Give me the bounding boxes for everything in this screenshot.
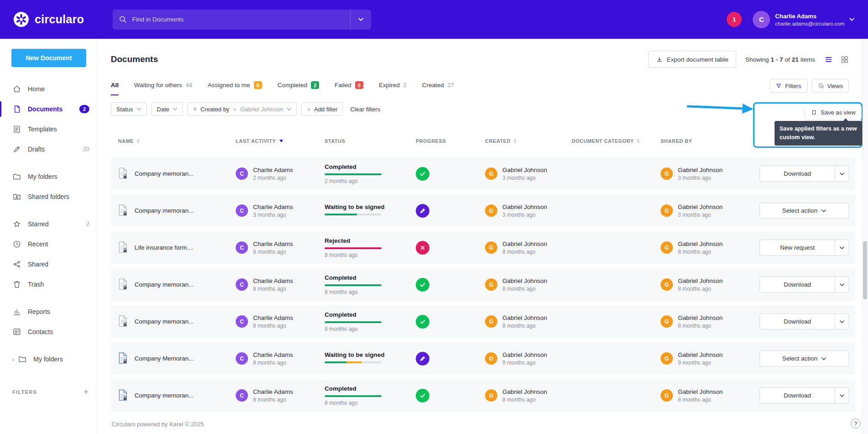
sort-icon bbox=[637, 139, 640, 143]
table-row[interactable]: Company memoran...CCharlie Adams8 months… bbox=[111, 379, 855, 412]
add-filter-button[interactable]: + Add filter bbox=[301, 102, 343, 116]
shared-by-cell: GGabriel Johnson8 months ago bbox=[661, 241, 747, 255]
status-cell: Completed2 months ago bbox=[325, 163, 416, 184]
action-menu-button[interactable] bbox=[835, 240, 848, 255]
action-button-label[interactable]: Download bbox=[760, 388, 835, 403]
created-by-filter-chip[interactable]: × Created by = Gabriel Johnson bbox=[187, 102, 297, 116]
user-meta: Charlie Adams charlie.adams@circularo.co… bbox=[775, 13, 844, 26]
action-button-select-action[interactable]: Select action bbox=[760, 350, 849, 366]
tab-completed[interactable]: Completed2 bbox=[278, 81, 319, 95]
tab-all[interactable]: All bbox=[111, 81, 119, 95]
avatar: G bbox=[485, 204, 497, 217]
person-name: Charlie Adams bbox=[253, 167, 293, 173]
action-button-download[interactable]: Download bbox=[760, 314, 849, 329]
user-menu[interactable]: C Charlie Adams charlie.adams@circularo.… bbox=[753, 11, 854, 28]
created-cell: GGabriel Johnson8 months ago bbox=[485, 241, 572, 255]
tab-waiting-for-others[interactable]: Waiting for others44 bbox=[134, 81, 192, 95]
save-as-view-button[interactable]: Save as view bbox=[805, 105, 862, 120]
chart-icon bbox=[12, 307, 21, 316]
table-row[interactable]: Life insurance form....CCharlie Adams8 m… bbox=[111, 231, 855, 264]
avatar: G bbox=[661, 241, 673, 254]
action-menu-button[interactable] bbox=[835, 314, 848, 329]
avatar: G bbox=[661, 315, 673, 328]
grid-view-icon[interactable] bbox=[840, 55, 849, 64]
column-header-document-category[interactable]: DOCUMENT CATEGORY bbox=[572, 138, 661, 144]
sidebar-item-reports[interactable]: Reports bbox=[0, 302, 98, 322]
column-header-created[interactable]: CREATED bbox=[485, 138, 572, 144]
action-button-download[interactable]: Download bbox=[760, 387, 849, 403]
date-filter-dropdown[interactable]: Date bbox=[151, 102, 183, 116]
column-header-name[interactable]: NAME bbox=[118, 138, 236, 144]
export-document-table-button[interactable]: Export document table bbox=[648, 51, 736, 68]
sidebar-item-recent[interactable]: Recent bbox=[0, 234, 98, 254]
action-button-label[interactable]: Download bbox=[760, 314, 835, 329]
progress-cell bbox=[416, 204, 485, 218]
clear-filters-button[interactable]: Clear filters bbox=[350, 106, 380, 113]
table-row[interactable]: Company memoran...CCharlie Adams8 months… bbox=[111, 268, 855, 301]
list-view-icon[interactable] bbox=[824, 55, 833, 64]
sidebar-item-templates[interactable]: Templates bbox=[0, 119, 98, 139]
tab-created[interactable]: Created27 bbox=[422, 81, 454, 95]
action-button-download[interactable]: Download bbox=[760, 166, 849, 182]
action-menu-button[interactable] bbox=[835, 166, 848, 181]
brand-logo[interactable]: circularo bbox=[0, 11, 98, 28]
person-text: Charlie Adams8 months ago bbox=[253, 314, 293, 329]
remove-filter-icon[interactable]: × bbox=[193, 106, 196, 112]
person-text: Charlie Adams3 months ago bbox=[253, 204, 293, 218]
sidebar-item-home[interactable]: Home bbox=[0, 79, 98, 99]
action-button-new-request[interactable]: New request bbox=[760, 240, 849, 256]
signature-pen-circle-icon bbox=[416, 352, 429, 366]
action-label-text: Download bbox=[784, 281, 811, 288]
trash-icon bbox=[12, 280, 21, 289]
help-button[interactable]: ? bbox=[851, 418, 861, 429]
scrollbar-thumb[interactable] bbox=[863, 241, 867, 299]
tab-assigned-to-me[interactable]: Assigned to me0 bbox=[207, 81, 262, 95]
person-name: Gabriel Johnson bbox=[502, 277, 547, 284]
sidebar-item-trash[interactable]: Trash bbox=[0, 274, 98, 294]
action-button-download[interactable]: Download bbox=[760, 277, 849, 293]
table-row[interactable]: Company Memoran...CCharlie Adams8 months… bbox=[111, 342, 855, 375]
action-button-label[interactable]: Download bbox=[760, 166, 835, 181]
action-button-label[interactable]: Download bbox=[760, 277, 835, 292]
sidebar-item-label: My folders bbox=[33, 356, 63, 363]
action-button-label[interactable]: Select action bbox=[760, 351, 848, 366]
tab-failed[interactable]: Failed0 bbox=[335, 81, 363, 95]
table-row[interactable]: Company memoran...CCharlie Adams2 months… bbox=[111, 157, 855, 190]
user-avatar: C bbox=[753, 11, 770, 28]
notification-badge[interactable]: 1 bbox=[727, 12, 742, 27]
add-filter-plus-button[interactable]: + bbox=[83, 387, 88, 397]
expand-chevron-icon[interactable]: › bbox=[12, 356, 14, 363]
sidebar-item-documents[interactable]: Documents2 bbox=[0, 99, 98, 119]
status-cell: Waiting to be signed bbox=[325, 204, 416, 218]
file-icon bbox=[12, 105, 21, 114]
sidebar-item-my-folders[interactable]: ›My folders bbox=[0, 349, 98, 369]
status-cell: Rejected8 months ago bbox=[325, 237, 416, 258]
new-document-button[interactable]: New Document bbox=[11, 49, 86, 67]
action-button-label[interactable]: New request bbox=[760, 240, 835, 255]
scrollbar-track[interactable] bbox=[862, 39, 868, 434]
views-button[interactable]: Views bbox=[812, 79, 849, 93]
status-filter-dropdown[interactable]: Status bbox=[111, 102, 147, 116]
sidebar-item-drafts[interactable]: Drafts20 bbox=[0, 139, 98, 159]
action-menu-button[interactable] bbox=[835, 388, 848, 403]
tab-expired[interactable]: Expired2 bbox=[379, 81, 407, 95]
action-button-select-action[interactable]: Select action bbox=[760, 203, 849, 219]
sidebar-item-shared-folders[interactable]: Shared folders bbox=[0, 187, 98, 207]
column-header-last-activity[interactable]: LAST ACTIVITY bbox=[236, 138, 325, 144]
column-header-label: PROGRESS bbox=[416, 138, 446, 144]
table-row[interactable]: Company memoran...CCharlie Adams3 months… bbox=[111, 194, 855, 227]
sidebar-item-starred[interactable]: Starred2 bbox=[0, 214, 98, 234]
search-scope-dropdown[interactable] bbox=[350, 10, 371, 30]
table-row[interactable]: Company memoran...CCharlie Adams8 months… bbox=[111, 305, 855, 338]
document-name-cell: Company memoran... bbox=[118, 278, 236, 292]
status-label: Completed bbox=[325, 274, 416, 281]
filters-button[interactable]: Filters bbox=[770, 79, 807, 93]
check-circle-icon bbox=[416, 389, 429, 403]
action-button-label[interactable]: Select action bbox=[760, 203, 848, 218]
sidebar-item-my-folders[interactable]: My folders bbox=[0, 167, 98, 187]
search-input[interactable] bbox=[127, 16, 350, 23]
status-label: Completed bbox=[325, 385, 416, 392]
sidebar-item-shared[interactable]: Shared bbox=[0, 254, 98, 274]
action-menu-button[interactable] bbox=[835, 277, 848, 292]
sidebar-item-contacts[interactable]: Contacts bbox=[0, 322, 98, 342]
